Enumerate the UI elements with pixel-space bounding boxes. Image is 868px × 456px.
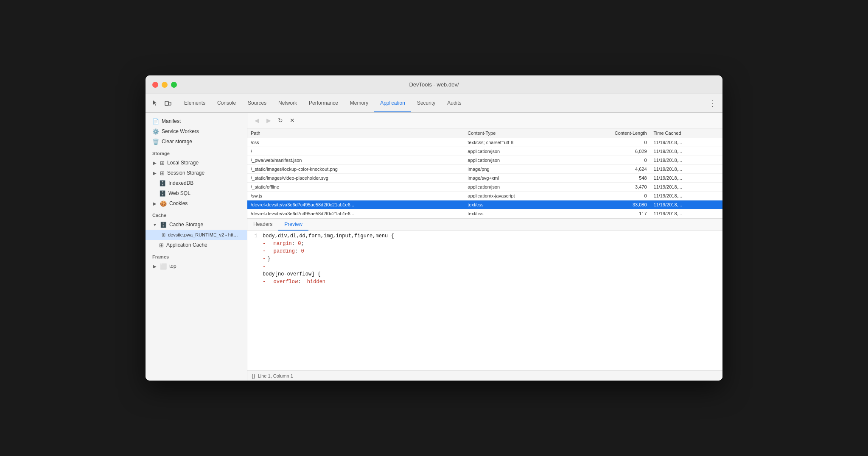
storage-section-label: Storage	[146, 147, 247, 158]
window-title: DevTools - web.dev/	[409, 81, 459, 88]
svg-rect-1	[169, 102, 171, 105]
preview-tab-preview[interactable]: Preview	[278, 219, 308, 231]
close-button[interactable]	[152, 82, 158, 88]
right-panel: ◀ ▶ ↻ ✕ Path Content-Type Content-Length…	[247, 113, 722, 381]
preview-tabs: Headers Preview	[247, 219, 722, 231]
device-icon[interactable]	[163, 99, 173, 108]
web-sql-icon: 🗄️	[159, 190, 166, 197]
indexeddb-icon: 🗄️	[159, 180, 166, 186]
code-line-2: - margin: 0;	[247, 240, 722, 248]
sidebar-item-cookies[interactable]: ▶ 🍪 Cookies	[146, 198, 247, 209]
tab-audits[interactable]: Audits	[441, 94, 467, 112]
col-header-time-cached: Time Cached	[650, 128, 722, 138]
titlebar: DevTools - web.dev/	[146, 75, 722, 94]
expand-arrow-frames-icon: ▶	[152, 264, 157, 269]
status-bar: {} Line 1, Column 1	[247, 370, 722, 381]
forward-button[interactable]: ▶	[263, 115, 274, 125]
code-line-3: - padding: 0	[247, 248, 722, 256]
manifest-icon: 📄	[152, 118, 159, 125]
sidebar-item-web-sql[interactable]: 🗄️ Web SQL	[146, 188, 247, 198]
traffic-lights	[152, 82, 177, 88]
cache-table: Path Content-Type Content-Length Time Ca…	[247, 128, 722, 219]
tab-performance[interactable]: Performance	[303, 94, 344, 112]
code-line-1: 1 body,div,dl,dd,form,img,input,figure,m…	[247, 233, 722, 240]
inspect-icon[interactable]	[151, 99, 160, 108]
status-icon: {}	[252, 373, 255, 379]
local-storage-icon: ⊞	[160, 160, 165, 166]
clear-storage-icon: 🗑️	[152, 139, 159, 145]
sidebar-item-cache-storage[interactable]: ▼ 🗄️ Cache Storage	[146, 220, 247, 230]
tab-security[interactable]: Security	[411, 94, 441, 112]
code-line-7: - overflow: hidden	[247, 278, 722, 286]
sidebar-item-indexeddb[interactable]: 🗄️ IndexedDB	[146, 178, 247, 188]
expand-arrow-cache-icon: ▼	[152, 222, 157, 227]
table-row[interactable]: /_pwa/web/manifest.jsonapplication/json0…	[247, 156, 722, 165]
expand-arrow-session-icon: ▶	[152, 171, 157, 175]
devtools-icons	[146, 94, 178, 112]
table-row[interactable]: /application/json6,02911/19/2018,...	[247, 147, 722, 156]
table-row[interactable]: /sw.jsapplication/x-javascript011/19/201…	[247, 192, 722, 200]
code-line-5: -	[247, 263, 722, 271]
frames-section-label: Frames	[146, 250, 247, 261]
application-cache-icon: ⊞	[159, 242, 164, 248]
table-row[interactable]: /_static/images/video-placeholder.svgima…	[247, 174, 722, 183]
cookies-icon: 🍪	[160, 200, 167, 207]
preview-content: 1 body,div,dl,dd,form,img,input,figure,m…	[247, 231, 722, 370]
sidebar-item-cache-storage-item[interactable]: ⊞ devsite.pwa_RUNTIME_v2 - https://web.c	[146, 230, 247, 240]
cache-entries-table: Path Content-Type Content-Length Time Ca…	[247, 128, 722, 218]
clear-button[interactable]: ✕	[287, 115, 297, 125]
tabbar: Elements Console Sources Network Perform…	[146, 94, 722, 113]
session-storage-icon: ⊞	[160, 170, 165, 176]
panel-toolbar: ◀ ▶ ↻ ✕	[247, 113, 722, 128]
sidebar: 📄 Manifest ⚙️ Service Workers 🗑️ Clear s…	[146, 113, 247, 381]
expand-arrow-icon: ▶	[152, 161, 157, 165]
sidebar-item-clear-storage[interactable]: 🗑️ Clear storage	[146, 136, 247, 147]
col-header-path: Path	[247, 128, 464, 138]
service-workers-icon: ⚙️	[152, 128, 159, 135]
svg-rect-0	[165, 101, 168, 106]
more-tabs-button[interactable]: ⋮	[703, 94, 722, 112]
col-header-content-length: Content-Length	[578, 128, 650, 138]
code-line-4: -}	[247, 256, 722, 263]
back-button[interactable]: ◀	[252, 115, 262, 125]
sidebar-item-local-storage[interactable]: ▶ ⊞ Local Storage	[146, 158, 247, 168]
refresh-button[interactable]: ↻	[275, 115, 286, 125]
preview-pane: Headers Preview 1 body,div,dl,dd,form,im…	[247, 219, 722, 370]
frame-icon: ⬜	[160, 263, 167, 270]
tab-memory[interactable]: Memory	[344, 94, 374, 112]
tab-console[interactable]: Console	[211, 94, 242, 112]
table-row[interactable]: /_static/offlineapplication/json3,47011/…	[247, 183, 722, 192]
table-row[interactable]: /devrel-devsite/va3e6d7c495ae58d2f0c21ab…	[247, 209, 722, 218]
minimize-button[interactable]	[162, 82, 168, 88]
devtools-window: DevTools - web.dev/ Elements Console Sou	[146, 75, 722, 381]
cache-storage-icon: 🗄️	[160, 222, 167, 228]
tab-application[interactable]: Application	[374, 94, 411, 112]
table-row[interactable]: /devrel-devsite/va3e6d7c495ae58d2f0c21ab…	[247, 200, 722, 209]
preview-tab-headers[interactable]: Headers	[247, 219, 278, 231]
tab-network[interactable]: Network	[272, 94, 303, 112]
table-row[interactable]: /_static/images/lockup-color-knockout.pn…	[247, 165, 722, 174]
table-row[interactable]: /csstext/css; charset=utf-8011/19/2018,.…	[247, 138, 722, 147]
sidebar-item-application-cache[interactable]: ⊞ Application Cache	[146, 240, 247, 250]
sidebar-item-session-storage[interactable]: ▶ ⊞ Session Storage	[146, 168, 247, 178]
maximize-button[interactable]	[171, 82, 177, 88]
code-line-6: body[no-overflow] {	[247, 271, 722, 278]
cache-item-icon: ⊞	[162, 232, 165, 238]
status-text: Line 1, Column 1	[258, 373, 293, 378]
col-header-content-type: Content-Type	[464, 128, 578, 138]
sidebar-item-frames-top[interactable]: ▶ ⬜ top	[146, 261, 247, 271]
cache-section-label: Cache	[146, 209, 247, 220]
expand-arrow-cookies-icon: ▶	[152, 201, 157, 206]
tab-sources[interactable]: Sources	[242, 94, 272, 112]
sidebar-item-manifest[interactable]: 📄 Manifest	[146, 116, 247, 126]
tab-elements[interactable]: Elements	[178, 94, 211, 112]
main-content: 📄 Manifest ⚙️ Service Workers 🗑️ Clear s…	[146, 113, 722, 381]
sidebar-item-service-workers[interactable]: ⚙️ Service Workers	[146, 126, 247, 136]
